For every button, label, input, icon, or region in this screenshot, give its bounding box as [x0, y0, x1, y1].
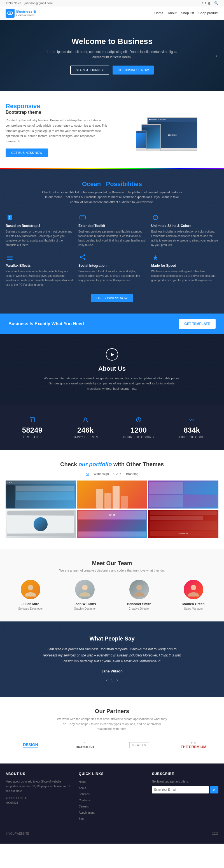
filter-uiux[interactable]: UI/UX — [114, 472, 122, 476]
pi1-dot-green — [11, 482, 12, 483]
get-template-button[interactable]: GET TEMPLATE — [179, 319, 216, 329]
googleplus-icon[interactable]: g+ — [208, 1, 212, 5]
portfolio-item-2[interactable] — [77, 480, 147, 508]
features-title-text: Ocean — [82, 180, 104, 187]
nav-shop-product[interactable]: Shop product — [198, 11, 218, 15]
portfolio-item-3[interactable] — [148, 480, 218, 508]
pi1-sidebar — [6, 485, 15, 508]
filter-all[interactable]: All — [86, 472, 89, 476]
julien-name: Julien Miro — [6, 602, 56, 606]
templates-icon — [8, 416, 56, 424]
hours-icon — [115, 416, 162, 424]
testimonials-title: What People Say — [6, 636, 218, 642]
partner-brandfish: ✦ BRANDFISH — [71, 738, 99, 752]
portfolio-item-6[interactable]: VIEW MORE — [148, 510, 218, 538]
feature-parallax-desc: Everyone loves what other landing effect… — [6, 269, 73, 287]
svg-line-22 — [138, 420, 140, 420]
feature-social-desc: Business has full set of social icons an… — [78, 269, 146, 283]
pi6-row2 — [150, 516, 203, 520]
pi6-cta-text: VIEW MORE — [179, 533, 188, 534]
svg-point-19 — [84, 418, 87, 420]
stat-hours: 1200 HOURS OF CODING — [112, 414, 165, 441]
social-icon — [78, 253, 87, 261]
lines-number: 834k — [168, 426, 216, 435]
play-button[interactable]: ▶ — [106, 348, 118, 361]
filter-webdesign[interactable]: Webdesign — [94, 472, 109, 476]
features-title-highlight: Possibilities — [106, 180, 142, 187]
monitor-text: Business — [168, 134, 177, 136]
pi1-bar2 — [16, 492, 74, 500]
pi1-dot-yellow — [9, 482, 10, 483]
testimonial-prev[interactable]: ‹ — [106, 678, 107, 683]
partner-brandfish-block: ✦ BRANDFISH — [76, 741, 94, 749]
hero-content: Welcome to Business Lorem ipsum dolor si… — [6, 37, 218, 74]
hours-number: 1200 — [115, 426, 162, 435]
svg-rect-16 — [30, 417, 34, 422]
partner-crafts-text: CRAFTS — [129, 742, 149, 748]
footer-link-services-anchor[interactable]: Services — [79, 793, 89, 796]
joan-avatar — [75, 580, 95, 599]
joan-role: Graphic Designer — [60, 607, 110, 610]
svg-point-23 — [28, 585, 33, 590]
footer-link-appointment-anchor[interactable]: Appointment — [79, 811, 94, 814]
facebook-icon[interactable]: f — [202, 1, 203, 5]
footer-link-about[interactable]: About — [79, 785, 145, 790]
footer-link-appointment[interactable]: Appointment — [79, 810, 145, 814]
footer-link-home-anchor[interactable]: Home — [79, 780, 86, 783]
footer-link-careers[interactable]: Careers — [79, 804, 145, 808]
responsive-section: Responsive Bootstrap theme Created by th… — [0, 91, 224, 168]
templates-number: 58249 — [8, 426, 56, 435]
top-bar: +99089123 johndoe@gmail.com f t g+ 🔍 — [0, 0, 224, 6]
filter-branding[interactable]: Branding — [126, 472, 138, 476]
footer-link-contacts-anchor[interactable]: Contacts — [79, 799, 90, 802]
start-journey-button[interactable]: START A JOURNEY — [70, 66, 109, 74]
footer-link-careers-anchor[interactable]: Careers — [79, 805, 89, 808]
logo-title: Business & — [16, 9, 36, 14]
benedict-name: Benedict Smith — [114, 602, 164, 606]
pi1-bar1 — [16, 486, 74, 491]
clients-number: 246k — [62, 426, 109, 435]
pi4-content — [6, 510, 76, 538]
testimonial-author: Jane Wilson — [6, 669, 218, 673]
portfolio-item-4[interactable] — [6, 510, 76, 538]
about-description: We are an internationally recognized des… — [42, 376, 182, 392]
footer-copyright: © YOURWEBSITE — [6, 832, 29, 835]
feature-speed-title: Made for Speed — [151, 264, 218, 268]
features-cta-button[interactable]: GET BUSINESS NOW — [91, 294, 133, 302]
twitter-icon[interactable]: t — [205, 1, 206, 5]
footer-link-blog[interactable]: Blog — [79, 816, 145, 820]
subscribe-submit-button[interactable]: ➤ — [210, 786, 218, 794]
search-icon[interactable]: 🔍 — [214, 1, 218, 5]
portfolio-item-5[interactable]: 23° 25 — [77, 510, 147, 538]
hero-next-arrow[interactable]: → — [213, 53, 218, 59]
feature-toolkit-title: Extended Toolkit — [78, 224, 146, 228]
portfolio-item-1[interactable] — [6, 480, 76, 508]
stat-templates: 58249 TEMPLATES — [6, 414, 59, 441]
pi5-content: 23° 25 — [77, 510, 147, 538]
footer-link-home[interactable]: Home — [79, 779, 145, 784]
portfolio-title-check: Check — [60, 461, 79, 467]
team-subtitle: We are a team of creatives designers and… — [56, 568, 168, 573]
feature-speed: Made for Speed We have made every settin… — [151, 253, 218, 287]
subscribe-email-input[interactable] — [152, 786, 209, 794]
testimonial-next[interactable]: › — [116, 678, 118, 683]
footer-link-services[interactable]: Services — [79, 792, 145, 796]
get-business-button[interactable]: GET BUSINESS NOW — [113, 66, 154, 74]
responsive-image: Welcome to Business Business — [115, 109, 218, 151]
pi6-body — [150, 521, 217, 530]
clients-icon — [62, 416, 109, 424]
partner-premium-prefix: THE — [181, 742, 206, 744]
pi6-row1 — [150, 511, 217, 515]
footer-link-blog-anchor[interactable]: Blog — [79, 817, 84, 820]
footer-link-about-anchor[interactable]: About — [79, 786, 86, 789]
lines-label: LINES OF CODE — [168, 436, 216, 439]
svg-rect-8 — [7, 256, 12, 257]
nav-shop-list[interactable]: Shop list — [181, 11, 194, 15]
footer-phone-label: YOUR PHONE IT +9003921 — [6, 796, 72, 805]
nav-about[interactable]: About — [168, 11, 177, 15]
get-business-now-button[interactable]: GET BUSINESS NOW — [6, 149, 48, 157]
madien-name: Madien Green — [168, 602, 218, 606]
footer-link-contacts[interactable]: Contacts — [79, 798, 145, 802]
hero-section: Welcome to Business Lorem ipsum dolor si… — [0, 20, 224, 91]
nav-home[interactable]: Home — [154, 11, 163, 15]
